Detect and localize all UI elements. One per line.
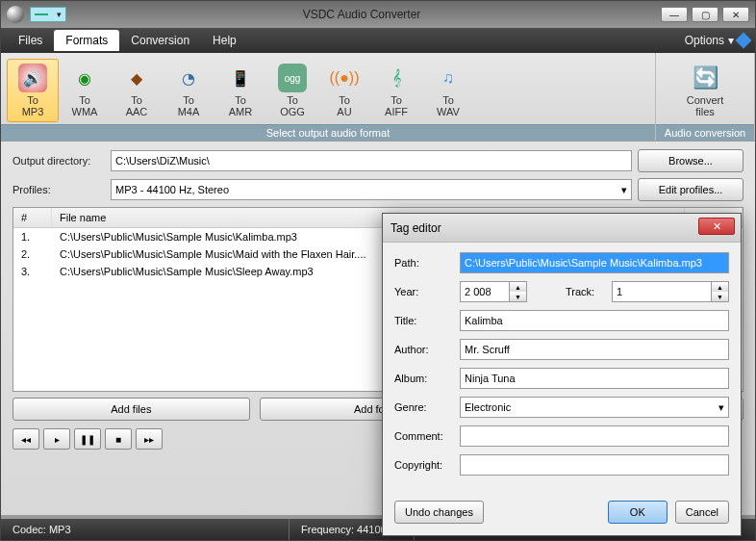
format-ogg[interactable]: oggTo OGG [266, 59, 318, 122]
cancel-button[interactable]: Cancel [675, 501, 729, 524]
close-window-button[interactable]: ✕ [722, 7, 749, 22]
ok-button[interactable]: OK [608, 501, 668, 524]
dialog-title: Tag editor [391, 221, 441, 235]
path-label: Path: [394, 257, 452, 269]
next-button[interactable]: ▸▸ [136, 428, 163, 450]
title-label: Title: [394, 315, 452, 326]
main-window: ▾ VSDC Audio Converter — ▢ ✕ Files Forma… [0, 0, 756, 541]
ribbon-convert-caption: Audio conversion [656, 124, 754, 141]
chevron-down-icon: ▾ [728, 34, 734, 47]
format-wma[interactable]: ◉To WMA [59, 59, 111, 122]
up-arrow-icon[interactable]: ▲ [510, 282, 526, 292]
play-button[interactable]: ▸ [43, 428, 70, 450]
quick-access-dropdown[interactable]: ▾ [30, 7, 66, 22]
comment-input[interactable] [460, 425, 729, 447]
format-au[interactable]: ((●))To AU [318, 59, 370, 122]
title-input[interactable] [460, 310, 729, 331]
chevron-down-icon: ▾ [718, 401, 724, 414]
genre-combo[interactable]: Electronic▾ [460, 397, 729, 418]
output-dir-input[interactable] [111, 150, 632, 171]
track-spinner[interactable]: ▲▼ [612, 281, 729, 302]
format-aiff[interactable]: 𝄞To AIFF [370, 59, 422, 122]
chevron-down-icon: ▾ [621, 184, 627, 196]
year-label: Year: [394, 286, 452, 297]
menu-files[interactable]: Files [7, 30, 54, 51]
output-dir-label: Output directory: [13, 155, 105, 167]
album-label: Album: [394, 373, 452, 384]
path-input[interactable] [460, 252, 729, 273]
menu-conversion[interactable]: Conversion [119, 30, 201, 51]
convert-files-button[interactable]: 🔄Convert files [662, 59, 748, 122]
down-arrow-icon[interactable]: ▼ [510, 292, 526, 301]
author-label: Author: [394, 344, 452, 355]
profiles-combo[interactable]: MP3 - 44100 Hz, Stereo▾ [111, 179, 632, 200]
profiles-label: Profiles: [13, 184, 105, 195]
titlebar: ▾ VSDC Audio Converter — ▢ ✕ [1, 1, 755, 28]
menu-options[interactable]: Options▾ [685, 34, 749, 47]
album-input[interactable] [460, 368, 729, 389]
track-label: Track: [566, 286, 604, 297]
app-icon [7, 6, 24, 23]
col-number: # [13, 208, 52, 227]
stop-button[interactable]: ■ [105, 428, 132, 450]
menu-help[interactable]: Help [201, 30, 248, 51]
format-aac[interactable]: ◆To AAC [111, 59, 163, 122]
undo-changes-button[interactable]: Undo changes [394, 501, 484, 524]
down-arrow-icon[interactable]: ▼ [712, 292, 728, 301]
copyright-label: Copyright: [394, 459, 452, 471]
ribbon-formats-caption: Select output audio format [1, 124, 655, 141]
status-codec: Codec: MP3 [1, 519, 290, 540]
browse-button[interactable]: Browse... [638, 149, 743, 172]
copyright-input[interactable] [460, 454, 729, 476]
format-m4a[interactable]: ◔To M4A [163, 59, 214, 122]
edit-profiles-button[interactable]: Edit profiles... [638, 178, 743, 201]
dialog-close-button[interactable]: ✕ [698, 218, 735, 235]
author-input[interactable] [460, 339, 729, 360]
dialog-titlebar[interactable]: Tag editor ✕ [383, 214, 741, 243]
prev-button[interactable]: ◂◂ [13, 428, 39, 450]
comment-label: Comment: [394, 430, 452, 442]
format-wav[interactable]: ♫To WAV [422, 59, 474, 122]
menu-formats[interactable]: Formats [54, 30, 119, 51]
pause-button[interactable]: ❚❚ [74, 428, 101, 450]
minimize-button[interactable]: — [661, 7, 688, 22]
help-icon[interactable] [736, 33, 752, 49]
add-files-button[interactable]: Add files [13, 398, 250, 421]
tag-editor-dialog: Tag editor ✕ Path: Year: ▲▼ Track: ▲▼ Ti… [382, 213, 742, 536]
format-buttons: 🔊To MP3 ◉To WMA ◆To AAC ◔To M4A 📱To AMR … [1, 53, 655, 124]
ribbon: 🔊To MP3 ◉To WMA ◆To AAC ◔To M4A 📱To AMR … [1, 53, 755, 142]
maximize-button[interactable]: ▢ [692, 7, 718, 22]
window-title: VSDC Audio Converter [66, 8, 657, 21]
menubar: Files Formats Conversion Help Options▾ [1, 28, 755, 53]
genre-label: Genre: [394, 401, 452, 413]
up-arrow-icon[interactable]: ▲ [712, 282, 728, 292]
format-mp3[interactable]: 🔊To MP3 [7, 59, 59, 122]
format-amr[interactable]: 📱To AMR [214, 59, 266, 122]
year-spinner[interactable]: ▲▼ [460, 281, 527, 302]
